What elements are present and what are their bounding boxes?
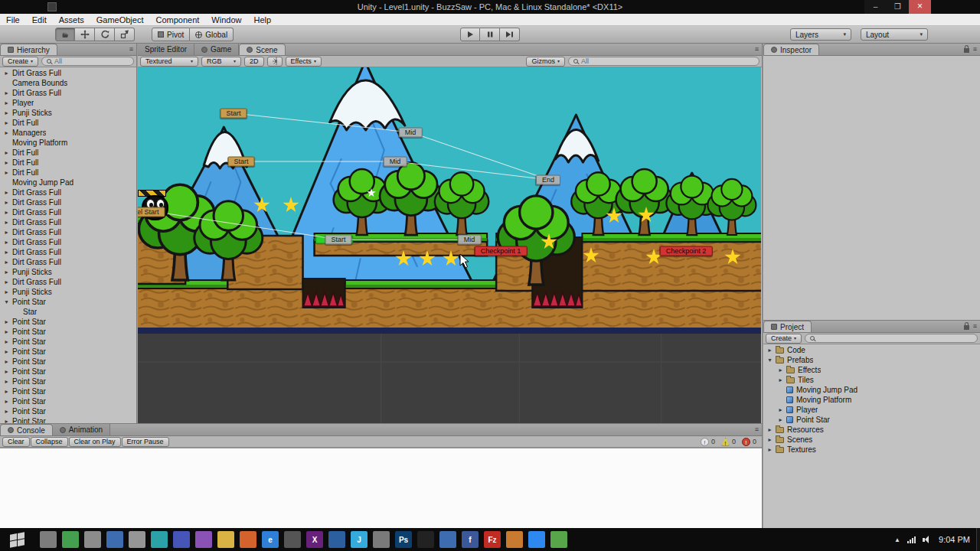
tab-hierarchy[interactable]: Hierarchy — [0, 44, 57, 55]
disclosure-right-icon[interactable]: ▸ — [2, 219, 11, 226]
project-item-tiles[interactable]: ▸Tiles — [763, 375, 980, 385]
disclosure-right-icon[interactable]: ▸ — [776, 367, 785, 373]
console-clear-button[interactable]: Clear — [2, 437, 30, 447]
taskbar-app-icon-11[interactable]: e — [262, 531, 279, 548]
hierarchy-item-point-star[interactable]: ▸Point Star — [0, 406, 136, 416]
volume-icon[interactable] — [923, 536, 932, 544]
waypoint-label-checkpoint-2[interactable]: Checkpoint 2 — [660, 246, 713, 256]
menu-item-window[interactable]: Window — [205, 14, 247, 26]
pause-button[interactable] — [480, 28, 500, 41]
hierarchy-item-point-star[interactable]: ▸Point Star — [0, 337, 136, 347]
hierarchy-item-moving-platform[interactable]: Moving Platform — [0, 138, 136, 148]
network-icon[interactable] — [907, 536, 916, 543]
disclosure-right-icon[interactable]: ▸ — [766, 446, 774, 453]
scene-panel-menu[interactable]: ≡ — [755, 45, 759, 53]
disclosure-right-icon[interactable]: ▸ — [2, 169, 11, 176]
hierarchy-item-dirt-grass-full[interactable]: ▸Dirt Grass Full — [0, 257, 136, 267]
hierarchy-item-punji-sticks[interactable]: ▸Punji Sticks — [0, 267, 136, 277]
console-error-pause-button[interactable]: Error Pause — [122, 437, 169, 447]
hierarchy-item-point-star[interactable]: ▸Point Star — [0, 386, 136, 396]
disclosure-right-icon[interactable]: ▸ — [2, 418, 11, 423]
hierarchy-item-dirt-full[interactable]: ▸Dirt Full — [0, 168, 136, 178]
waypoint-label-mid[interactable]: Mid — [458, 235, 482, 245]
tab-animation[interactable]: Animation — [53, 424, 110, 435]
taskbar-app-icon-7[interactable] — [173, 531, 190, 548]
disclosure-right-icon[interactable]: ▸ — [2, 279, 11, 285]
waypoint-label-end[interactable]: End — [536, 175, 560, 185]
color-mode-dropdown[interactable]: RGB ▾ — [201, 57, 241, 67]
project-item-moving-platform[interactable]: Moving Platform — [763, 395, 980, 405]
taskbar-app-icon-20[interactable]: f — [462, 531, 479, 548]
taskbar-app-icon-2[interactable] — [62, 531, 79, 548]
hierarchy-item-point-star[interactable]: ▸Point Star — [0, 357, 136, 367]
menu-item-gameobject[interactable]: GameObject — [90, 14, 150, 26]
menu-item-help[interactable]: Help — [247, 14, 277, 26]
disclosure-right-icon[interactable]: ▸ — [2, 358, 11, 365]
disclosure-right-icon[interactable]: ▸ — [2, 408, 11, 415]
hierarchy-item-point-star[interactable]: ▸Point Star — [0, 347, 136, 357]
disclosure-right-icon[interactable]: ▸ — [776, 416, 785, 423]
hierarchy-item-dirt-full[interactable]: ▸Dirt Full — [0, 118, 136, 128]
disclosure-right-icon[interactable]: ▸ — [2, 398, 11, 405]
tab-inspector[interactable]: Inspector — [763, 44, 819, 55]
close-button[interactable]: × — [909, 0, 931, 14]
project-item-effects[interactable]: ▸Effects — [763, 365, 980, 375]
hierarchy-item-dirt-full[interactable]: ▸Dirt Full — [0, 158, 136, 168]
disclosure-right-icon[interactable]: ▸ — [2, 338, 11, 345]
taskbar-app-icon-14[interactable] — [328, 531, 345, 548]
disclosure-down-icon[interactable]: ▾ — [2, 298, 11, 305]
tab-scene[interactable]: Scene — [239, 44, 285, 55]
disclosure-right-icon[interactable]: ▸ — [776, 406, 785, 413]
waypoint-label-checkpoint-1[interactable]: Checkpoint 1 — [475, 246, 528, 256]
project-item-player[interactable]: ▸Player — [763, 405, 980, 415]
console-collapse-button[interactable]: Collapse — [31, 437, 68, 447]
layers-dropdown[interactable]: Layers ▾ — [790, 28, 851, 41]
hand-tool-button[interactable] — [55, 28, 75, 41]
taskbar-app-icon-24[interactable] — [550, 531, 567, 548]
disclosure-right-icon[interactable]: ▸ — [2, 189, 11, 196]
disclosure-right-icon[interactable]: ▸ — [2, 259, 11, 266]
project-create-button[interactable]: Create ▾ — [766, 334, 802, 344]
waypoint-label-start[interactable]: Start — [220, 109, 247, 119]
hierarchy-item-camera-bounds[interactable]: Camera Bounds — [0, 78, 136, 88]
taskbar-app-icon-23[interactable] — [528, 531, 545, 548]
disclosure-right-icon[interactable]: ▸ — [766, 347, 774, 354]
project-search-input[interactable] — [805, 334, 978, 343]
disclosure-right-icon[interactable]: ▸ — [2, 70, 11, 77]
disclosure-right-icon[interactable]: ▸ — [2, 209, 11, 216]
menu-item-assets[interactable]: Assets — [53, 14, 90, 26]
hierarchy-item-punji-sticks[interactable]: ▸Punji Sticks — [0, 108, 136, 118]
console-panel-menu[interactable]: ≡ — [755, 425, 759, 433]
taskbar-app-icon-12[interactable] — [284, 531, 301, 548]
disclosure-right-icon[interactable]: ▸ — [2, 289, 11, 295]
disclosure-right-icon[interactable]: ▸ — [2, 159, 11, 166]
waypoint-label-start[interactable]: Start — [227, 157, 254, 167]
waypoint-label-mid[interactable]: Mid — [384, 157, 407, 167]
hierarchy-item-dirt-full[interactable]: ▸Dirt Full — [0, 148, 136, 158]
show-desktop-button[interactable] — [976, 528, 980, 551]
disclosure-right-icon[interactable]: ▸ — [2, 388, 11, 395]
taskbar-app-icon-5[interactable] — [129, 531, 145, 548]
hierarchy-item-dirt-grass-full[interactable]: ▸Dirt Grass Full — [0, 197, 136, 207]
console-error-counter[interactable]: !0 — [739, 438, 760, 446]
tab-sprite-editor[interactable]: Sprite Editor — [138, 44, 194, 55]
disclosure-right-icon[interactable]: ▸ — [2, 109, 11, 116]
taskbar-app-icon-15[interactable]: J — [351, 531, 368, 548]
disclosure-right-icon[interactable]: ▸ — [2, 119, 11, 126]
mode-2d-toggle[interactable]: 2D — [244, 57, 264, 67]
disclosure-right-icon[interactable]: ▸ — [2, 269, 11, 276]
hierarchy-item-point-star[interactable]: ▾Point Star — [0, 297, 136, 307]
global-toggle-button[interactable]: Global — [190, 28, 234, 41]
scene-search-input[interactable]: All — [568, 57, 760, 66]
hierarchy-item-dirt-grass-full[interactable]: ▸Dirt Grass Full — [0, 277, 136, 287]
lock-icon[interactable] — [964, 325, 969, 330]
disclosure-right-icon[interactable]: ▸ — [2, 328, 11, 335]
move-tool-button[interactable] — [75, 28, 95, 41]
taskbar-app-icon-19[interactable] — [439, 531, 456, 548]
scale-tool-button[interactable] — [115, 28, 135, 41]
hierarchy-item-dirt-grass-full[interactable]: ▸Dirt Grass Full — [0, 217, 136, 227]
start-button[interactable] — [0, 528, 34, 551]
taskbar-app-icon-9[interactable] — [217, 531, 234, 548]
scene-lighting-toggle[interactable] — [267, 57, 283, 67]
taskbar-app-icon-3[interactable] — [84, 531, 101, 548]
